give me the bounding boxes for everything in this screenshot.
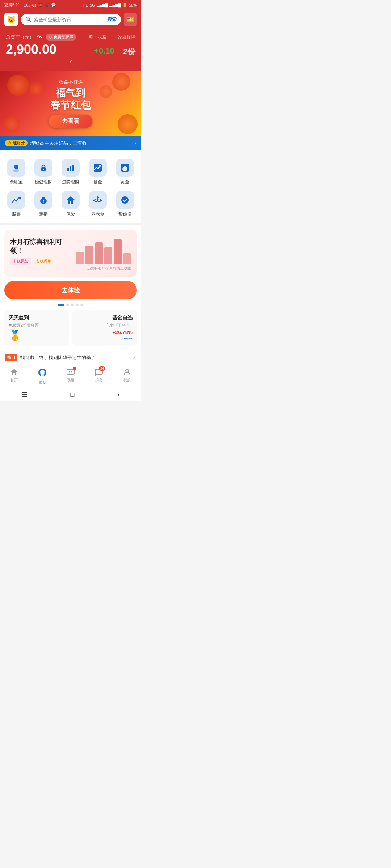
headphone-icon: 🎧 <box>45 3 50 7</box>
icon-item-基金[interactable]: 基金 <box>84 156 111 188</box>
nav-label-理财: 理财 <box>39 380 46 386</box>
nav-item-首页[interactable]: 首页 <box>0 368 28 386</box>
shield-icon: 🛡 <box>49 35 52 39</box>
promo-cta-button[interactable]: 去体验 <box>4 281 137 299</box>
svg-rect-7 <box>72 165 74 171</box>
banner-title: 福气到 春节红包 <box>49 87 92 111</box>
checkin-title: 天天签到 <box>9 315 64 321</box>
signal-label: 5G <box>90 3 95 7</box>
checkin-card[interactable]: 天天签到 免费领2份黄金票 🥇 <box>4 310 69 346</box>
icon-circle-稳健理财 <box>34 159 52 177</box>
chart-bar-5 <box>123 253 131 264</box>
divider <box>0 223 141 225</box>
svg-point-37 <box>126 369 129 372</box>
nav-icon-理财 <box>38 368 47 379</box>
eye-icon[interactable]: 👁 <box>37 34 43 41</box>
assets-numbers: 2,900.00 +0.10 2份 <box>6 42 135 57</box>
app-logo[interactable]: 🐱 <box>4 13 18 26</box>
nav-icon-首页 <box>10 368 18 376</box>
icon-label-定期: 定期 <box>39 211 48 217</box>
icon-circle-进阶理财 <box>62 159 80 177</box>
nav-item-视频[interactable]: 视频 <box>56 368 85 386</box>
svg-marker-15 <box>67 196 75 200</box>
icon-item-黄金[interactable]: 黄金 <box>111 156 138 188</box>
nav-icon-消息: 24 <box>94 368 103 376</box>
chart-bar-2 <box>95 242 103 264</box>
icon-circle-养老金 <box>89 191 107 209</box>
icon-label-基金: 基金 <box>93 179 102 185</box>
status-left: 凌晨5:21 | 165K/s 🔕 🎧 💬 <box>4 2 56 8</box>
promo-left: 本月有惊喜福利可领！ 中低风险 安稳理财 <box>10 238 72 269</box>
icon-label-养老金: 养老金 <box>91 211 104 217</box>
chat-icon: 💬 <box>51 3 56 7</box>
assets-section: 总资产（元） 👁 🛡 免费领保障 昨日收益 家庭保障 2,900.00 +0.1… <box>0 31 141 71</box>
icon-item-稳健理财[interactable]: 稳健理财 <box>30 156 57 188</box>
banner-cta-button[interactable]: 去看看 <box>49 115 92 128</box>
header: 🐱 🔍 搜索 🎫 <box>0 10 141 31</box>
hot-text: 找到啦，终于找到比华子还牛的基了 <box>20 354 130 361</box>
icon-label-帮你投: 帮你投 <box>118 211 131 217</box>
dot-1[interactable] <box>58 304 64 306</box>
icon-item-定期[interactable]: ¥ 定期 <box>30 188 57 220</box>
icon-item-进阶理财[interactable]: 进阶理财 <box>57 156 84 188</box>
svg-marker-24 <box>10 369 18 372</box>
nav-item-我的[interactable]: 我的 <box>113 368 141 386</box>
dot-5[interactable] <box>80 304 83 306</box>
icon-item-余额宝[interactable]: 余额宝 <box>3 156 30 188</box>
svg-point-1 <box>14 165 16 167</box>
icon-item-股票[interactable]: 股票 <box>3 188 30 220</box>
status-bar: 凌晨5:21 | 165K/s 🔕 🎧 💬 HD 5G ▂▄▆█ ▂▄▆█ 🔋 … <box>0 0 141 10</box>
menu-button[interactable]: ☰ <box>22 391 28 399</box>
promo-banner[interactable]: 收益不打烊 福气到 春节红包 去看看 <box>0 71 141 136</box>
hd-badge: HD <box>83 3 88 7</box>
chevron-down-icon[interactable]: ∨ <box>6 59 135 64</box>
fund-value: +26.78% <box>77 329 133 335</box>
hot-bar[interactable]: 热门 找到啦，终于找到比华子还牛的基了 ∧ <box>0 350 141 365</box>
coupon-icon[interactable]: 🎫 <box>124 13 137 26</box>
svg-rect-26 <box>13 373 15 375</box>
yesterday-label: 昨日收益 <box>89 34 106 40</box>
search-input[interactable] <box>34 17 102 22</box>
nav-item-消息[interactable]: 24 消息 <box>85 368 113 386</box>
back-button[interactable]: ‹ <box>117 391 119 399</box>
free-label: 免费领保障 <box>54 34 73 40</box>
promo-tag-risk: 中低风险 <box>10 258 31 265</box>
svg-point-0 <box>14 165 18 169</box>
notice-arrow-icon: › <box>135 140 136 146</box>
search-button[interactable]: 搜索 <box>104 16 117 23</box>
nav-label-视频: 视频 <box>67 378 74 383</box>
chart-bar-1 <box>85 246 93 265</box>
icon-label-黄金: 黄金 <box>121 179 129 185</box>
icon-circle-帮你投 <box>116 191 134 209</box>
promo-title: 本月有惊喜福利可领！ <box>10 238 72 255</box>
icon-item-养老金[interactable]: 养老金 <box>84 188 111 220</box>
fund-select-card[interactable]: 基金自选 广发中证全指... +26.78% 〜∿〜 <box>72 310 137 346</box>
signal2-icon: ▂▄▆█ <box>109 3 121 7</box>
search-bar[interactable]: 🔍 搜索 <box>21 14 121 25</box>
dot-4[interactable] <box>76 304 79 306</box>
chart-bar-0 <box>76 252 84 264</box>
nav-icon-视频 <box>66 368 75 376</box>
icon-circle-定期: ¥ <box>34 191 52 209</box>
svg-rect-11 <box>124 166 126 167</box>
dot-2[interactable] <box>66 304 69 306</box>
icon-item-帮你投[interactable]: 帮你投 <box>111 188 138 220</box>
home-button[interactable]: □ <box>71 391 75 399</box>
svg-point-14 <box>42 197 45 199</box>
system-bar: ☰ □ ‹ <box>0 387 141 401</box>
svg-rect-17 <box>70 201 71 204</box>
notice-bar[interactable]: ⚠ 理财分 理财高手关注好品，去查收 › <box>0 136 141 150</box>
promo-tag-stable: 安稳理财 <box>33 258 54 265</box>
svg-point-4 <box>43 169 44 170</box>
svg-point-19 <box>98 199 101 202</box>
icon-item-保险[interactable]: 保险 <box>57 188 84 220</box>
free-badge[interactable]: 🛡 免费领保障 <box>46 34 76 41</box>
dot-3[interactable] <box>71 304 74 306</box>
nav-item-理财[interactable]: 理财 <box>28 368 56 386</box>
mute-icon: 🔕 <box>38 3 43 7</box>
svg-point-31 <box>41 370 43 372</box>
notice-badge: ⚠ 理财分 <box>5 140 28 146</box>
promo-right: 历史持有15个月均为正收益 <box>76 235 131 271</box>
icon-label-保险: 保险 <box>66 211 75 217</box>
svg-point-18 <box>95 199 98 202</box>
